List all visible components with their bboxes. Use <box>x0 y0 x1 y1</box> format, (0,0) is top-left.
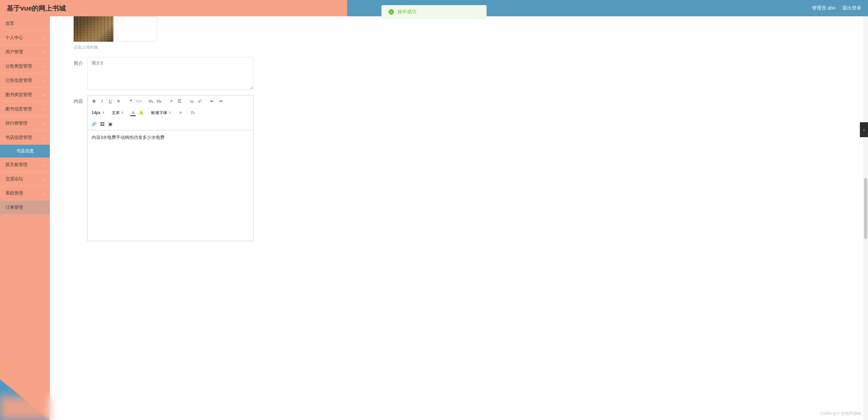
chevron-down-icon: ⌄ <box>43 64 46 68</box>
sidebar-sub-bookstore-info[interactable]: 书店信息 <box>0 145 50 158</box>
chevron-down-icon: ⌄ <box>43 36 46 39</box>
sidebar-item-label: 排行榜管理 <box>5 120 27 126</box>
sidebar-item-book-info[interactable]: 图书信息管理 ⌄ <box>0 102 50 116</box>
blur-overlay <box>0 396 265 420</box>
h1-button[interactable]: H₁ <box>147 97 155 105</box>
chevron-down-icon: ⌄ <box>43 135 46 139</box>
chevron-down-icon: ⌄ <box>43 191 46 195</box>
sidebar-item-label: 订单管理 <box>5 204 23 211</box>
indent-button[interactable]: ⇥ <box>216 97 224 105</box>
sidebar-item-forum[interactable]: 交流论坛 ⌄ <box>0 172 50 186</box>
sidebar-item-label: 书店信息管理 <box>5 134 32 141</box>
scrollbar-thumb[interactable] <box>864 178 867 239</box>
scrollbar-track[interactable] <box>863 16 868 420</box>
ordered-list-button[interactable]: ≡ <box>168 97 175 105</box>
font-family-select[interactable]: 标准字体 <box>150 109 172 116</box>
sidebar-item-bookstore[interactable]: 书店信息管理 ⌄ <box>0 130 50 145</box>
image-button[interactable]: 🖼 <box>98 121 106 128</box>
sidebar-sub-label: 书店信息 <box>16 148 34 154</box>
upload-hint: 点击上传封面 <box>74 44 860 50</box>
success-toast: ✓ 操作成功 <box>381 5 487 19</box>
chevron-down-icon: ⌄ <box>43 78 46 82</box>
sidebar-item-label: 图书类型管理 <box>5 92 32 98</box>
sidebar-item-label: 首页 <box>5 20 14 26</box>
outdent-button[interactable]: ⇤ <box>208 97 216 105</box>
content-label: 内容 <box>74 95 87 105</box>
quote-button[interactable]: ❝ <box>127 97 134 105</box>
sidebar-item-label: 图书信息管理 <box>5 106 32 112</box>
success-icon: ✓ <box>389 9 394 15</box>
chevron-down-icon: ⌄ <box>43 50 46 54</box>
subscript-button[interactable]: x₂ <box>188 97 195 105</box>
sidebar-item-label: 公告类型管理 <box>5 63 32 69</box>
sidebar-item-message-board[interactable]: 留言板管理 ⌄ <box>0 158 50 172</box>
sidebar-item-label: 个人中心 <box>5 35 23 41</box>
form-row-content: 内容 B I U S ❝ </> H₁ H₂ ≡ ☰ x₂ <box>74 95 860 241</box>
sidebar-item-notice-info[interactable]: 公告信息管理 ⌄ <box>0 73 50 88</box>
sidebar: 首页 个人中心 ⌄ 用户管理 ⌄ 公告类型管理 ⌄ 公告信息管理 ⌄ 图书类型管… <box>0 16 50 420</box>
form-row-intro: 简介 简介3 <box>74 57 860 90</box>
font-size-select[interactable]: 14px <box>90 109 106 116</box>
chevron-down-icon: ⌄ <box>43 163 46 166</box>
align-button[interactable]: ≡ <box>177 109 184 116</box>
bg-color-button[interactable]: A <box>137 109 145 116</box>
logout-link[interactable]: 退出登录 <box>842 5 861 11</box>
intro-textarea[interactable]: 简介3 <box>87 57 253 90</box>
sidebar-item-system[interactable]: 系统管理 ⌄ <box>0 186 50 200</box>
upload-placeholder[interactable] <box>117 16 157 42</box>
bold-button[interactable]: B <box>90 97 98 105</box>
chevron-down-icon: ⌄ <box>43 121 46 125</box>
h2-button[interactable]: H₂ <box>155 97 163 105</box>
video-button[interactable]: ▣ <box>107 121 114 128</box>
sidebar-item-label: 用户管理 <box>5 49 23 55</box>
chevron-down-icon: ⌄ <box>43 93 46 96</box>
chevron-down-icon: ⌄ <box>43 107 46 111</box>
user-label[interactable]: 管理员 abo <box>812 5 835 11</box>
sidebar-item-notice-type[interactable]: 公告类型管理 ⌄ <box>0 59 50 73</box>
header-right: 管理员 abo 退出登录 <box>812 5 861 11</box>
editor-content[interactable]: 内容3水电费手动阀伤仿发多少水电费 <box>88 130 253 241</box>
sidebar-item-label: 公告信息管理 <box>5 77 32 84</box>
superscript-button[interactable]: x² <box>196 97 204 105</box>
toast-text: 操作成功 <box>397 9 416 15</box>
watermark: CSDN @十甘程序源码 <box>820 411 861 417</box>
sidebar-item-label: 留言板管理 <box>5 162 27 168</box>
sidebar-item-users[interactable]: 用户管理 ⌄ <box>0 45 50 59</box>
link-button[interactable]: 🔗 <box>90 121 98 128</box>
code-button[interactable]: </> <box>135 97 143 105</box>
side-drawer-handle[interactable]: ‹ <box>860 122 868 137</box>
strike-button[interactable]: S <box>115 97 122 105</box>
sidebar-item-label: 系统管理 <box>5 190 23 196</box>
sidebar-item-label: 交流论坛 <box>5 176 23 182</box>
clear-format-button[interactable]: Tx <box>189 109 196 116</box>
chevron-down-icon: ⌄ <box>43 205 46 209</box>
sidebar-item-book-type[interactable]: 图书类型管理 ⌄ <box>0 88 50 102</box>
editor-toolbar: B I U S ❝ </> H₁ H₂ ≡ ☰ x₂ x² <box>88 95 253 130</box>
chevron-down-icon: ⌄ <box>43 177 46 181</box>
sidebar-item-profile[interactable]: 个人中心 ⌄ <box>0 31 50 45</box>
intro-label: 简介 <box>74 57 87 67</box>
sidebar-item-orders[interactable]: 订单管理 ⌄ <box>0 200 50 215</box>
underline-button[interactable]: U <box>107 97 114 105</box>
cover-image-thumbnail[interactable] <box>74 16 114 42</box>
font-color-button[interactable]: A <box>129 109 137 116</box>
text-type-select[interactable]: 文本 <box>110 109 125 116</box>
rich-editor: B I U S ❝ </> H₁ H₂ ≡ ☰ x₂ x² <box>87 95 253 241</box>
sidebar-item-home[interactable]: 首页 <box>0 16 50 31</box>
unordered-list-button[interactable]: ☰ <box>176 97 183 105</box>
sidebar-item-ranking[interactable]: 排行榜管理 ⌄ <box>0 116 50 130</box>
cover-upload-area <box>74 16 860 42</box>
italic-button[interactable]: I <box>98 97 106 105</box>
app-title: 基于vue的网上书城 <box>7 4 66 13</box>
main-content: 点击上传封面 简介 简介3 内容 B I U S ❝ </> H₁ H₂ <box>50 16 868 420</box>
